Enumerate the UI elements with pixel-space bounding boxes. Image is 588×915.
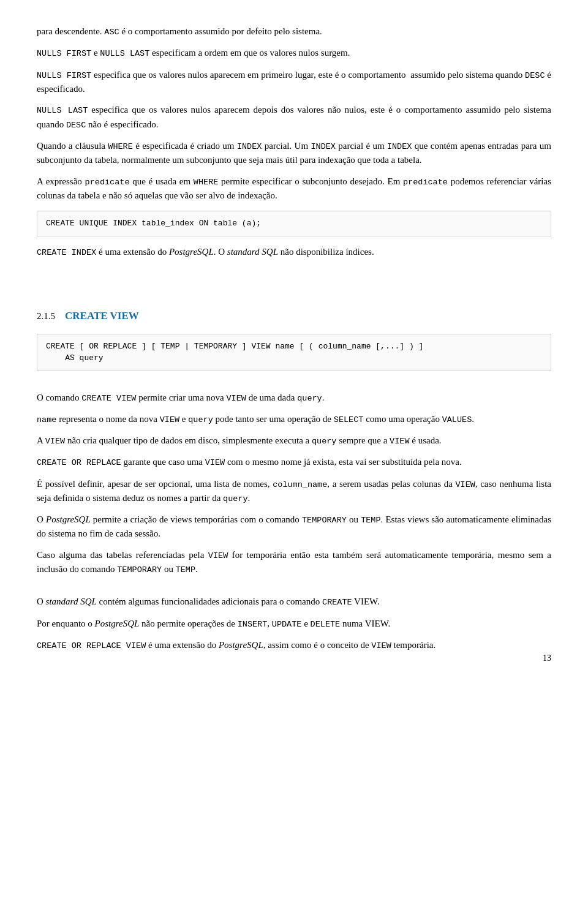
- code-asc: ASC: [104, 28, 119, 37]
- code-nulls-first-1: NULLS FIRST: [37, 49, 91, 58]
- body-paragraph-1: O comando CREATE VIEW permite criar uma …: [37, 391, 551, 405]
- final-paragraph-1: O standard SQL contém algumas funcionali…: [37, 595, 551, 609]
- code-view-7: VIEW: [208, 551, 228, 560]
- paragraph-3: NULLS FIRST especifica que os valores nu…: [37, 68, 551, 96]
- code-view-3: VIEW: [45, 437, 65, 446]
- code-create-or-replace-view: CREATE OR REPLACE VIEW: [37, 641, 146, 650]
- final-paragraph-3: CREATE OR REPLACE VIEW é uma extensão do…: [37, 638, 551, 652]
- code-column-name: column_name: [273, 480, 327, 489]
- code-update: UPDATE: [272, 620, 302, 629]
- body-paragraph-3: A VIEW não cria qualquer tipo de dados e…: [37, 434, 551, 448]
- body-paragraph-2: name representa o nome da nova VIEW e qu…: [37, 412, 551, 426]
- section-number: 2.1.5: [37, 309, 55, 323]
- code-predicate-1: predicate: [85, 178, 130, 187]
- code-delete: DELETE: [311, 620, 341, 629]
- code-block-2: CREATE [ OR REPLACE ] [ TEMP | TEMPORARY…: [37, 334, 551, 371]
- code-query-2: query: [188, 415, 213, 424]
- code-index-3: INDEX: [387, 142, 412, 151]
- standard-sql-italic-1: standard SQL: [227, 247, 278, 257]
- code-create-view-1: CREATE VIEW: [81, 394, 136, 403]
- code-temporary-2: TEMPORARY: [117, 565, 162, 574]
- spacer-3: [37, 380, 551, 391]
- final-paragraph-2: Por enquanto o PostgreSQL não permite op…: [37, 617, 551, 631]
- code-where-2: WHERE: [194, 178, 219, 187]
- body-paragraph-5: É possível definir, apesar de ser opcion…: [37, 477, 551, 506]
- code-where-1: WHERE: [108, 142, 133, 151]
- code-index-1: INDEX: [237, 142, 262, 151]
- paragraph-4: NULLS LAST especifica que os valores nul…: [37, 103, 551, 132]
- postgresql-italic-1: PostgreSQL: [169, 247, 214, 257]
- code-view-2: VIEW: [160, 415, 179, 424]
- code-desc-1: DESC: [525, 71, 545, 80]
- code-name-1: name: [37, 415, 56, 424]
- code-nulls-last-2: NULLS LAST: [37, 106, 88, 115]
- postgresql-italic-4: PostgreSQL: [219, 640, 263, 650]
- code-temp-1: TEMP: [361, 516, 380, 525]
- body-paragraph-7: Caso alguma das tabelas referenciadas pe…: [37, 548, 551, 577]
- standard-sql-italic-2: standard SQL: [46, 597, 97, 606]
- code-view-1: VIEW: [226, 394, 246, 403]
- code-view-8: VIEW: [371, 641, 391, 650]
- spacer-1: [37, 266, 551, 277]
- code-view-6: VIEW: [455, 480, 475, 489]
- code-predicate-2: predicate: [403, 178, 448, 187]
- code-desc-2: DESC: [66, 121, 86, 130]
- code-query-3: query: [312, 437, 337, 446]
- body-paragraph-6: O PostgreSQL permite a criação de views …: [37, 513, 551, 541]
- code-create-index: CREATE INDEX: [37, 248, 96, 257]
- code-query-4: query: [223, 494, 248, 503]
- code-temp-2: TEMP: [176, 565, 195, 574]
- body-paragraph-4: CREATE OR REPLACE garante que caso uma V…: [37, 455, 551, 469]
- code-nulls-first-2: NULLS FIRST: [37, 71, 91, 80]
- section-heading: 2.1.5 CREATE VIEW: [37, 308, 551, 324]
- postgresql-italic-2: PostgreSQL: [46, 514, 91, 524]
- paragraph-1: para descendente. ASC é o comportamento …: [37, 24, 551, 39]
- paragraph-5: Quando a cláusula WHERE é especificada é…: [37, 139, 551, 167]
- code-select: SELECT: [334, 415, 364, 424]
- page-number: 13: [543, 652, 551, 665]
- code-block-1: CREATE UNIQUE INDEX table_index ON table…: [37, 211, 551, 236]
- paragraph-after-code1: CREATE INDEX é uma extensão do PostgreSQ…: [37, 245, 551, 259]
- spacer-2: [37, 277, 551, 288]
- code-temporary-1: TEMPORARY: [302, 516, 347, 525]
- code-insert: INSERT: [238, 620, 268, 629]
- code-view-5: VIEW: [205, 458, 225, 467]
- paragraph-6: A expressão predicate que é usada em WHE…: [37, 175, 551, 203]
- code-create-or-replace-1: CREATE OR REPLACE: [37, 458, 121, 467]
- code-values: VALUES: [442, 415, 472, 424]
- postgresql-italic-3: PostgreSQL: [95, 619, 140, 628]
- code-create-inline: CREATE: [322, 598, 352, 607]
- code-view-4: VIEW: [390, 437, 409, 446]
- code-query-1: query: [297, 394, 322, 403]
- page-content: para descendente. ASC é o comportamento …: [37, 24, 551, 652]
- section-title: CREATE VIEW: [65, 308, 139, 324]
- code-index-2: INDEX: [311, 142, 336, 151]
- paragraph-2: NULLS FIRST e NULLS LAST especificam a o…: [37, 46, 551, 60]
- spacer-4: [37, 584, 551, 595]
- code-nulls-last-1: NULLS LAST: [100, 49, 149, 58]
